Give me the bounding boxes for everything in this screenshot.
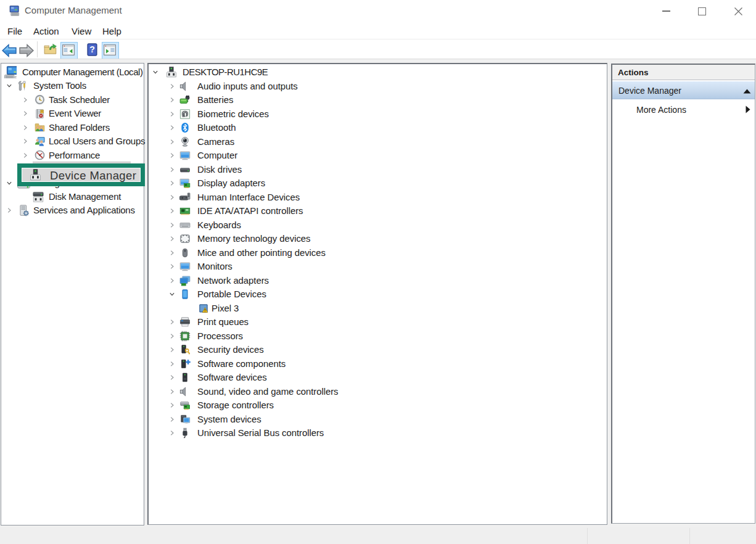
- svg-text:?: ?: [89, 44, 95, 54]
